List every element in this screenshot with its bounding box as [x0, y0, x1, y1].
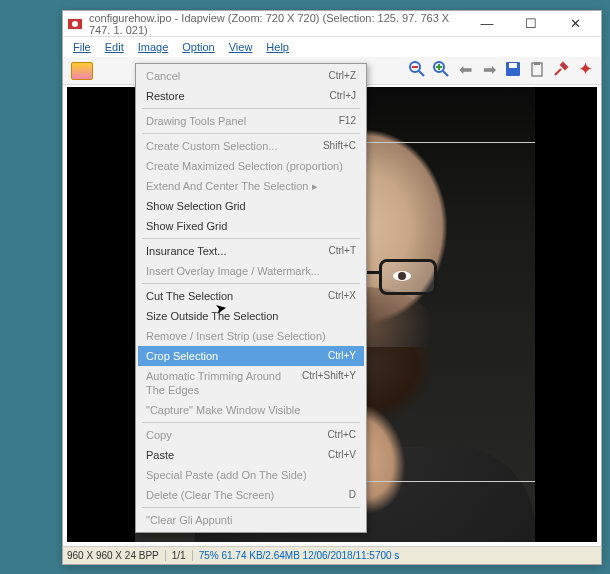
menu-item-automatic-trimming-around-the-edges: Automatic Trimming Around The EdgesCtrl+… — [138, 366, 364, 400]
context-menu: CancelCtrl+ZRestoreCtrl+JDrawing Tools P… — [135, 63, 367, 533]
maximize-button[interactable]: ☐ — [509, 12, 553, 36]
window-title: configurehow.ipo - Idapview (Zoom: 720 X… — [89, 12, 465, 36]
menu-item-crop-selection[interactable]: Crop SelectionCtrl+Y — [138, 346, 364, 366]
arrow-right-icon[interactable]: ➡ — [479, 59, 499, 79]
menu-item-drawing-tools-panel: Drawing Tools PanelF12 — [138, 111, 364, 131]
app-icon — [67, 16, 83, 32]
svg-point-1 — [72, 21, 78, 27]
menu-item-show-selection-grid[interactable]: Show Selection Grid — [138, 196, 364, 216]
svg-rect-12 — [534, 62, 540, 65]
menu-item-insert-overlay-image-watermark: Insert Overlay Image / Watermark... — [138, 261, 364, 281]
menu-item-copy: CopyCtrl+C — [138, 425, 364, 445]
menubar: File Edit Image Option View Help — [63, 37, 601, 57]
menu-item-delete-clear-the-screen: Delete (Clear The Screen)D — [138, 485, 364, 505]
menu-view[interactable]: View — [223, 39, 259, 55]
menu-item-create-maximized-selection-proportion: Create Maximized Selection (proportion) — [138, 156, 364, 176]
menu-separator — [142, 283, 360, 284]
status-dimensions: 960 X 960 X 24 BPP — [67, 550, 166, 561]
menu-item-cut-the-selection[interactable]: Cut The SelectionCtrl+X — [138, 286, 364, 306]
svg-rect-10 — [509, 63, 517, 68]
menu-item-show-fixed-grid[interactable]: Show Fixed Grid — [138, 216, 364, 236]
menu-item-special-paste-add-on-the-side: Special Paste (add On The Side) — [138, 465, 364, 485]
menu-file[interactable]: File — [67, 39, 97, 55]
zoom-in-icon[interactable] — [431, 59, 451, 79]
zoom-out-icon[interactable] — [407, 59, 427, 79]
menu-separator — [142, 133, 360, 134]
close-button[interactable]: ✕ — [553, 12, 597, 36]
menu-item-create-custom-selection: Create Custom Selection...Shift+C — [138, 136, 364, 156]
menu-item-capture-make-window-visible: "Capture" Make Window Visible — [138, 400, 364, 420]
menu-item-clear-gli-appunti: "Clear Gli Appunti — [138, 510, 364, 530]
minimize-button[interactable]: — — [465, 12, 509, 36]
menu-item-restore[interactable]: RestoreCtrl+J — [138, 86, 364, 106]
clipboard-icon[interactable] — [527, 59, 547, 79]
menu-item-extend-and-center-the-selection: Extend And Center The Selection ▸ — [138, 176, 364, 196]
svg-line-6 — [443, 71, 448, 76]
menu-edit[interactable]: Edit — [99, 39, 130, 55]
menu-help[interactable]: Help — [260, 39, 295, 55]
menu-option[interactable]: Option — [176, 39, 220, 55]
menu-separator — [142, 507, 360, 508]
status-info: 75% 61.74 KB/2.64MB 12/06/2018/11:5700 s — [199, 550, 400, 561]
menu-image[interactable]: Image — [132, 39, 175, 55]
svg-line-3 — [419, 71, 424, 76]
app-window: configurehow.ipo - Idapview (Zoom: 720 X… — [62, 10, 602, 565]
star-icon[interactable]: ✦ — [575, 59, 595, 79]
window-controls: — ☐ ✕ — [465, 12, 597, 36]
open-folder-icon[interactable] — [71, 62, 93, 80]
statusbar: 960 X 960 X 24 BPP 1/1 75% 61.74 KB/2.64… — [63, 546, 601, 564]
menu-separator — [142, 422, 360, 423]
status-page: 1/1 — [172, 550, 193, 561]
menu-item-paste[interactable]: PasteCtrl+V — [138, 445, 364, 465]
menu-item-insurance-text[interactable]: Insurance Text...Ctrl+T — [138, 241, 364, 261]
cursor-icon: ➤ — [214, 299, 229, 317]
arrow-left-icon[interactable]: ⬅ — [455, 59, 475, 79]
titlebar: configurehow.ipo - Idapview (Zoom: 720 X… — [63, 11, 601, 37]
menu-separator — [142, 108, 360, 109]
tools-icon[interactable] — [551, 59, 571, 79]
menu-item-remove-insert-strip-use-selection: Remove / Insert Strip (use Selection) — [138, 326, 364, 346]
menu-item-cancel: CancelCtrl+Z — [138, 66, 364, 86]
menu-item-size-outside-the-selection[interactable]: Size Outside The Selection — [138, 306, 364, 326]
menu-separator — [142, 238, 360, 239]
toolbar-right: ⬅ ➡ ✦ — [407, 59, 595, 79]
save-icon[interactable] — [503, 59, 523, 79]
